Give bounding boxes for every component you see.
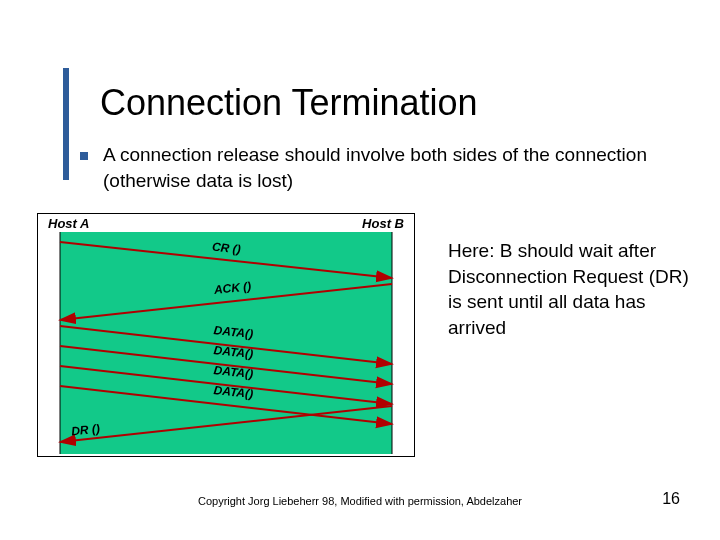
title-accent-bar xyxy=(63,68,69,180)
svg-rect-0 xyxy=(60,232,392,454)
msg-cr-label: CR () xyxy=(211,240,241,257)
host-a-label: Host A xyxy=(48,216,89,231)
msg-dr-label: DR () xyxy=(71,422,101,439)
host-b-label: Host B xyxy=(362,216,404,231)
page-number: 16 xyxy=(662,490,680,508)
slide-title: Connection Termination xyxy=(100,82,478,124)
sequence-diagram: Host A Host B CR () ACK () DATA() DATA() xyxy=(37,213,415,457)
body-bullet-text: A connection release should involve both… xyxy=(103,142,663,193)
bullet-icon xyxy=(80,152,88,160)
footer-copyright: Copyright Jorg Liebeherr 98, Modified wi… xyxy=(0,495,720,507)
slide: Connection Termination A connection rele… xyxy=(0,0,720,540)
side-note-text: Here: B should wait after Disconnection … xyxy=(448,238,698,341)
